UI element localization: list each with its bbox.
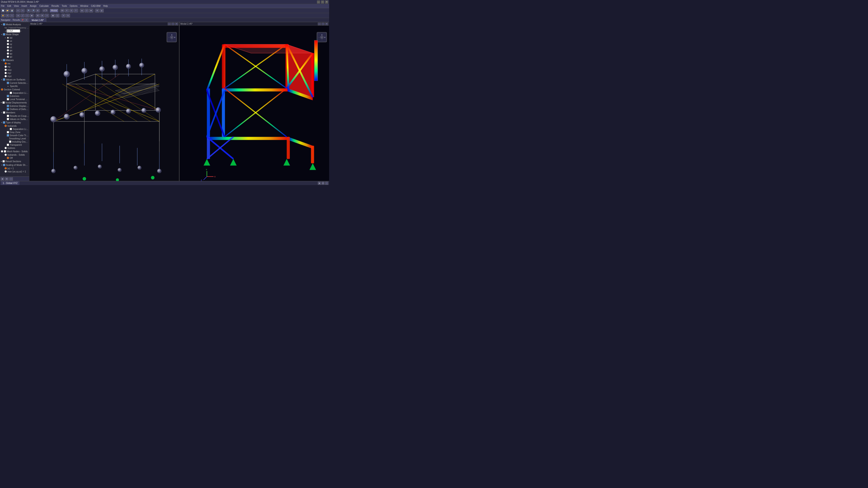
nav-section-type-display[interactable]: ▼ Type of display [0, 121, 29, 124]
nav-item-mxy[interactable]: mxy [0, 68, 29, 71]
extreme-disp-checkbox[interactable] [7, 105, 9, 107]
vr-close-btn[interactable]: ✕ [325, 23, 328, 25]
nav-item-isolines[interactable]: Isolines [0, 147, 29, 150]
mesh-nodes-radio[interactable] [1, 150, 3, 153]
menu-options[interactable]: Options [70, 5, 77, 7]
nav-item-gray-zone[interactable]: Gray Zone [0, 131, 29, 134]
sep-lines-2-checkbox[interactable] [10, 128, 12, 130]
sep-lines-checkbox[interactable] [10, 92, 12, 94]
mx-radio[interactable] [4, 62, 7, 65]
nodal-disp-checkbox[interactable] [2, 101, 5, 104]
nav-item-my[interactable]: my [0, 65, 29, 68]
vr-max-btn[interactable]: □ [321, 23, 324, 25]
menu-window[interactable]: Window [80, 5, 88, 7]
nav-section-isobands-solids[interactable]: Isobands - Solids [0, 153, 29, 156]
undo-button[interactable]: ↩ [16, 9, 20, 12]
select-all[interactable]: ▣ [51, 14, 55, 18]
myr-radio[interactable] [4, 72, 7, 74]
line-tool[interactable]: ╱ [21, 14, 25, 18]
isobands-radio[interactable] [4, 125, 7, 127]
wireframe-button[interactable]: ⬡ [85, 9, 89, 12]
view-3d-button[interactable]: 3D [60, 9, 64, 12]
viewport-left[interactable]: Modal 2.rf6* — □ ✕ [29, 22, 180, 181]
mode-shape-checkbox[interactable] [3, 33, 5, 35]
menu-view[interactable]: View [14, 5, 19, 7]
nav-item-scale-max[interactable]: max {ux,uy,uz} = 1 [0, 170, 29, 173]
minimize-button[interactable]: — [317, 0, 320, 4]
my-radio[interactable] [4, 66, 7, 68]
uy-radio[interactable] [7, 43, 9, 45]
menu-insert[interactable]: Insert [22, 5, 27, 7]
nav-item-sep-lines-2[interactable]: ╌╌ Separation Lines [0, 127, 29, 131]
nav-item-mx[interactable]: mx [0, 62, 29, 65]
nav-item-results-couplings[interactable]: Results on Couplings [0, 114, 29, 118]
nav-item-including-gray[interactable]: Including Gray Zo... [0, 140, 29, 143]
snap-node[interactable]: ⊕ [40, 14, 44, 18]
nav-item-off[interactable]: Off [0, 156, 29, 160]
zoom-out-button[interactable]: 🔎 [31, 9, 35, 12]
nav-item-ux[interactable]: ux [0, 39, 29, 42]
open-button[interactable]: 📂 [5, 9, 9, 12]
zoom-all-button[interactable]: ⊞ [36, 9, 40, 12]
ux-radio[interactable] [7, 40, 9, 42]
vr-min-btn[interactable]: — [318, 23, 321, 25]
nav-bot-btn-3[interactable]: ↔ [9, 177, 13, 181]
uz-radio[interactable] [7, 46, 9, 48]
move-button[interactable]: ✋ [1, 14, 5, 18]
view-top-button[interactable]: T [74, 9, 78, 12]
nav-item-local-torsional[interactable]: Local Torsional Rotatio... [0, 98, 29, 101]
values-surfaces-checkbox[interactable] [3, 78, 5, 80]
freq-dropdown[interactable]: 0.717 [6, 29, 20, 33]
deselect-all[interactable]: ▢ [55, 14, 59, 18]
nav-item-smooth-color[interactable]: Smooth Color Transi... [0, 134, 29, 137]
nav-item-values-surfaces-2[interactable]: Values on Surfaces [0, 118, 29, 121]
transparent-checkbox[interactable] [7, 144, 9, 146]
mxy-radio[interactable] [4, 69, 7, 71]
off-radio[interactable] [7, 157, 9, 159]
values-surfaces-2-checkbox[interactable] [7, 118, 9, 120]
smooth-color-checkbox[interactable] [7, 134, 9, 136]
render-button[interactable]: ◈ [80, 9, 84, 12]
node-tool[interactable]: ● [16, 14, 20, 18]
nav-pin-button[interactable]: 📌 [21, 19, 24, 22]
myz-radio[interactable] [4, 75, 7, 77]
nav-item-outlines-deformed[interactable]: Outlines of Deformed Surf... [0, 107, 29, 111]
redo-button[interactable]: ↪ [21, 9, 25, 12]
settings-button[interactable]: ⚙ [95, 9, 99, 12]
menu-help[interactable]: Help [103, 5, 108, 7]
view-side-button[interactable]: S [69, 9, 73, 12]
gray-zone-checkbox[interactable] [7, 131, 9, 133]
nav-section-mesh-nodes[interactable]: Mesh Nodes - Solids [0, 150, 29, 153]
scale-button[interactable]: ⤡ [10, 14, 14, 18]
results-couplings-checkbox[interactable] [7, 115, 9, 117]
phiz-radio[interactable] [7, 56, 9, 58]
extremes-checkbox[interactable] [7, 95, 9, 97]
including-gray-checkbox[interactable] [9, 140, 11, 143]
outlines-checkbox[interactable] [7, 108, 9, 110]
nav-item-extreme-disp[interactable]: Extreme Displacement [0, 104, 29, 107]
nav-section-nodal-disp[interactable]: ▶ Nodal Displacements [0, 101, 29, 104]
zoom-in-button[interactable]: 🔍 [27, 9, 31, 12]
vl-close-btn[interactable]: ✕ [175, 23, 178, 25]
nav-item-freq-value[interactable]: ◄ 0.717 ► [0, 29, 29, 33]
nav-item-bd[interactable]: ▼ 🔲 bd [0, 36, 29, 39]
nav-item-sep-lines-1[interactable]: ╌╌ Separation Lines [0, 91, 29, 94]
nav-item-myr[interactable]: myr [0, 71, 29, 74]
nav-item-uz[interactable]: uz [0, 46, 29, 49]
snap-grid[interactable]: ⊞ [36, 14, 40, 18]
bottom-tb-btn-3[interactable]: ↔ [325, 182, 328, 185]
nav-section-section-colored[interactable]: Section Colored [0, 88, 29, 91]
viewport-right[interactable]: Modal 2.rf6* — □ ✕ [180, 22, 329, 181]
nav-item-specific[interactable]: ▸ Specific [0, 85, 29, 88]
new-button[interactable]: 📄 [1, 9, 5, 12]
maximize-button[interactable]: □ [321, 0, 324, 4]
current-sel-checkbox[interactable] [7, 82, 9, 84]
delete-btn[interactable]: ✕ [61, 14, 66, 18]
view-front-button[interactable]: F [65, 9, 69, 12]
copy-btn[interactable]: ⎘ [66, 14, 70, 18]
menu-results[interactable]: Results [52, 5, 59, 7]
nav-item-extremes[interactable]: Extremes [0, 94, 29, 98]
nav-close-button[interactable]: ✕ [25, 19, 28, 22]
surface-tool[interactable]: □ [25, 14, 29, 18]
scaling-checkbox[interactable] [3, 164, 5, 166]
